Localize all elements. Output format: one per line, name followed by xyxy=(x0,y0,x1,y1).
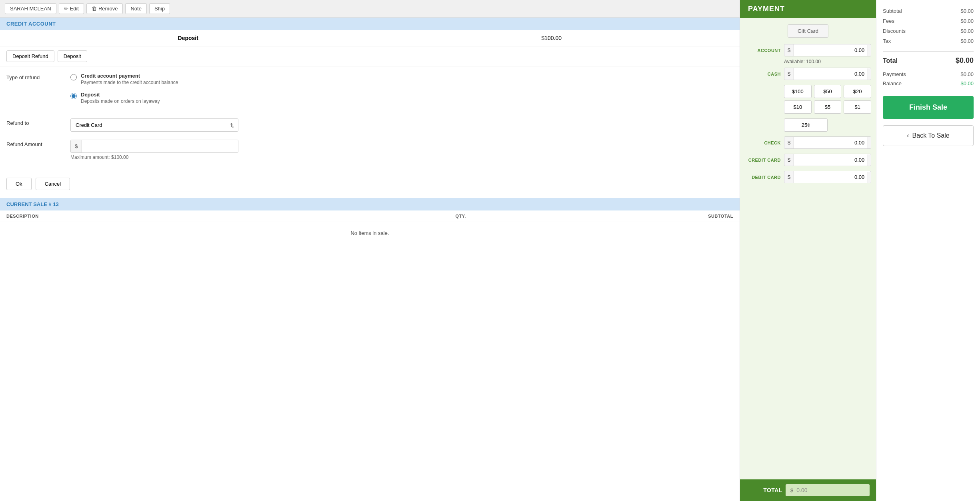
debit-card-payment-row: DEBIT CARD $ Max xyxy=(745,171,871,183)
discounts-label: Discounts xyxy=(883,28,906,34)
col-qty-header: QTY. xyxy=(370,214,552,218)
payment-panel: PAYMENT Gift Card ACCOUNT $ Max Availabl… xyxy=(740,0,876,501)
check-max-button[interactable]: Max xyxy=(868,137,871,148)
account-payment-row: ACCOUNT $ Max xyxy=(745,44,871,56)
trash-icon: 🗑 xyxy=(92,6,97,12)
gift-card-button[interactable]: Gift Card xyxy=(788,24,828,38)
debit-card-input-group: $ Max xyxy=(784,171,871,183)
fees-row: Fees $0.00 xyxy=(883,18,974,24)
cash-100-button[interactable]: $100 xyxy=(784,85,812,98)
toolbar: SARAH MCLEAN ✏ Edit 🗑 Remove Note Ship xyxy=(0,0,740,18)
note-button[interactable]: Note xyxy=(125,3,146,14)
back-to-sale-label: Back To Sale xyxy=(912,132,950,139)
type-of-refund-row: Type of refund Credit account payment Pa… xyxy=(6,73,733,110)
account-dollar: $ xyxy=(784,44,794,56)
refund-to-row: Refund to Credit Card ⇅ xyxy=(6,118,733,132)
refund-to-select-wrapper: Credit Card ⇅ xyxy=(70,118,238,132)
debit-card-label: DEBIT CARD xyxy=(745,175,781,180)
cash-5-button[interactable]: $5 xyxy=(814,100,842,114)
credit-card-dollar: $ xyxy=(784,154,794,166)
subtotal-label: Subtotal xyxy=(883,8,902,14)
refund-amount-input[interactable] xyxy=(82,140,238,152)
ship-button[interactable]: Ship xyxy=(149,3,170,14)
cash-50-button[interactable]: $50 xyxy=(814,85,842,98)
finish-sale-button[interactable]: Finish Sale xyxy=(883,96,974,119)
refund-input-group: $ xyxy=(70,140,238,153)
credit-account-payment-text: Credit account payment Payments made to … xyxy=(81,73,178,85)
right-summary-panel: Subtotal $0.00 Fees $0.00 Discounts $0.0… xyxy=(876,0,980,501)
credit-card-payment-row: CREDIT CARD $ Max xyxy=(745,154,871,166)
payments-label: Payments xyxy=(883,71,906,77)
max-amount-text: Maximum amount: $100.00 xyxy=(70,154,733,160)
credit-card-max-button[interactable]: Max xyxy=(868,154,871,166)
payments-value: $0.00 xyxy=(960,71,974,77)
remove-button[interactable]: 🗑 Remove xyxy=(86,3,123,14)
check-label: CHECK xyxy=(745,140,781,145)
edit-icon: ✏ xyxy=(64,6,68,12)
total-label: TOTAL xyxy=(746,487,782,493)
deposit-text: Deposit Deposits made on orders on layaw… xyxy=(81,92,160,104)
tax-row: Tax $0.00 xyxy=(883,38,974,44)
customer-name-button[interactable]: SARAH MCLEAN xyxy=(5,3,56,14)
ok-button[interactable]: Ok xyxy=(6,178,32,190)
deposit-option[interactable]: Deposit Deposits made on orders on layaw… xyxy=(70,92,733,104)
cash-10-button[interactable]: $10 xyxy=(784,100,812,114)
subtotal-value: $0.00 xyxy=(960,8,974,14)
refund-to-label: Refund to xyxy=(6,118,70,126)
payment-body: Gift Card ACCOUNT $ Max Available: 100.0… xyxy=(740,18,876,479)
account-input[interactable] xyxy=(794,44,868,56)
deposit-refund-button[interactable]: Deposit Refund xyxy=(6,50,54,62)
edit-button[interactable]: ✏ Edit xyxy=(59,3,84,14)
cancel-button[interactable]: Cancel xyxy=(36,178,70,190)
cash-payment-row: CASH $ Max xyxy=(745,68,871,80)
deposit-value: $100.00 xyxy=(370,35,734,41)
sale-columns: DESCRIPTION QTY. SUBTOTAL xyxy=(0,210,740,222)
cash-max-button[interactable]: Max xyxy=(868,68,871,80)
credit-account-payment-radio[interactable] xyxy=(70,74,77,80)
gift-card-row: Gift Card xyxy=(745,24,871,38)
left-panel: SARAH MCLEAN ✏ Edit 🗑 Remove Note Ship C… xyxy=(0,0,740,501)
debit-card-dollar: $ xyxy=(784,171,794,183)
tax-label: Tax xyxy=(883,38,891,44)
check-input[interactable] xyxy=(794,137,868,148)
total-row: Total $0.00 xyxy=(883,56,974,65)
credit-card-input[interactable] xyxy=(794,154,868,166)
refund-to-content: Credit Card ⇅ xyxy=(70,118,733,132)
refund-to-select[interactable]: Credit Card xyxy=(70,118,238,132)
payments-row: Payments $0.00 xyxy=(883,71,974,77)
ok-cancel-row: Ok Cancel xyxy=(0,174,740,198)
cash-1-button[interactable]: $1 xyxy=(844,100,871,114)
refund-amount-label: Refund Amount xyxy=(6,140,70,147)
no-items-message: No items in sale. xyxy=(0,222,740,244)
cash-20-button[interactable]: $20 xyxy=(844,85,871,98)
deposit-label: Deposit xyxy=(6,35,370,41)
payment-total-bar: TOTAL $ 0.00 xyxy=(740,479,876,501)
credit-account-payment-option[interactable]: Credit account payment Payments made to … xyxy=(70,73,733,85)
cash-input-group: $ Max xyxy=(784,68,871,80)
balance-label: Balance xyxy=(883,80,902,86)
summary-divider xyxy=(883,51,974,52)
available-text: Available: 100.00 xyxy=(784,59,871,64)
deposit-radio[interactable] xyxy=(70,93,77,99)
col-description-header: DESCRIPTION xyxy=(6,214,370,218)
balance-value: $0.00 xyxy=(960,80,974,86)
deposit-button[interactable]: Deposit xyxy=(58,50,87,62)
cash-input[interactable] xyxy=(794,68,868,80)
total-dollar: $ xyxy=(790,487,793,493)
payment-header: PAYMENT xyxy=(740,0,876,18)
total-value-summary: $0.00 xyxy=(956,56,974,65)
subtotal-row: Subtotal $0.00 xyxy=(883,8,974,14)
account-input-group: $ Max xyxy=(784,44,871,56)
debit-card-input[interactable] xyxy=(794,171,868,183)
cash-dollar: $ xyxy=(784,68,794,80)
cash-quick-buttons: $100 $50 $20 $10 $5 $1 xyxy=(784,85,871,114)
debit-card-max-button[interactable]: Max xyxy=(868,172,871,183)
discounts-value: $0.00 xyxy=(960,28,974,34)
cash-label: CASH xyxy=(745,72,781,76)
account-max-button[interactable]: Max xyxy=(868,45,871,56)
quarter-button[interactable]: 25¢ xyxy=(784,118,828,132)
back-to-sale-button[interactable]: ‹ Back To Sale xyxy=(883,125,974,146)
col-subtotal-header: SUBTOTAL xyxy=(552,214,733,218)
back-chevron-icon: ‹ xyxy=(907,132,909,139)
refund-form: Type of refund Credit account payment Pa… xyxy=(0,66,740,174)
